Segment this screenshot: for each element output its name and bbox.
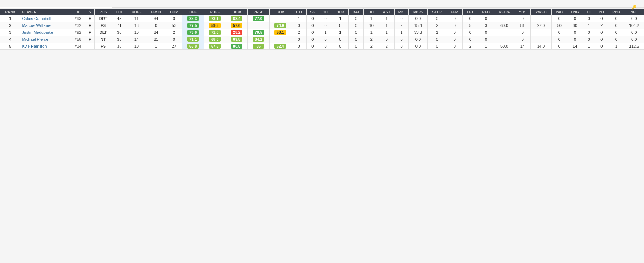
rec: 3 xyxy=(478,22,494,29)
player-name-cell[interactable]: Calais Campbell xyxy=(20,15,71,22)
grade-pill: 79.5 xyxy=(253,30,264,35)
lng: 60 xyxy=(567,22,583,29)
yac: 0 xyxy=(551,43,567,50)
ffm: 0 xyxy=(447,22,462,29)
snap-rdef: 11 xyxy=(127,15,146,22)
tgt: 0 xyxy=(462,36,478,43)
col-y-rec: Y/REC xyxy=(530,9,551,15)
bat: 0 xyxy=(349,15,364,22)
col-mis-pct: MIS% xyxy=(408,9,427,15)
rec-pct: - xyxy=(494,36,515,43)
col-td: TD xyxy=(583,9,595,15)
snap-prsh: 34 xyxy=(146,15,166,22)
tack-grade: 80.8 xyxy=(226,43,247,50)
stop: 2 xyxy=(427,22,447,29)
key-button[interactable]: 🔑 xyxy=(632,5,638,10)
td: 0 xyxy=(583,36,595,43)
player-name-cell[interactable]: Kyle Hamilton xyxy=(20,43,71,50)
star-cell: ✱ xyxy=(85,29,95,36)
mis-pct: 15.4 xyxy=(408,22,427,29)
snap-rdef: 18 xyxy=(127,22,146,29)
bat: 0 xyxy=(349,43,364,50)
dash-value: - xyxy=(258,23,259,28)
int: 0 xyxy=(595,43,608,50)
position-cell: NT xyxy=(95,36,112,43)
col-pbu: PBU xyxy=(608,9,624,15)
star-cell: ✱ xyxy=(85,36,95,43)
snap-cov: 0 xyxy=(166,15,182,22)
nfl: 0.0 xyxy=(624,29,644,36)
col-player: PLAYER xyxy=(20,9,71,15)
prsh-grade: 66 xyxy=(247,43,269,50)
grade-pill: 68.0 xyxy=(209,37,221,42)
mis: 1 xyxy=(394,29,408,36)
lng: 0 xyxy=(567,15,583,22)
rec-pct: 50.0 xyxy=(494,43,515,50)
hit: 1 xyxy=(319,29,332,36)
jersey-number: #93 xyxy=(71,15,85,22)
snap-cov: 53 xyxy=(166,22,182,29)
td: 1 xyxy=(583,22,595,29)
col-g-cov: COV xyxy=(269,9,291,15)
col-hur: HUR xyxy=(332,9,349,15)
grade-pill: 69.8 xyxy=(231,37,242,42)
sk: 0 xyxy=(307,15,319,22)
snap-tot: 45 xyxy=(112,15,127,22)
tack-grade: 68.4 xyxy=(226,15,247,22)
y-rec: - xyxy=(530,36,551,43)
star-cell: ✱ xyxy=(85,15,95,22)
col-mis: MIS xyxy=(394,9,408,15)
col-g-prsh: PRSH xyxy=(247,9,269,15)
yac: 0 xyxy=(551,36,567,43)
cov-grade: - xyxy=(269,36,291,43)
player-name-cell[interactable]: Marcus Williams xyxy=(20,22,71,29)
yds: 14 xyxy=(515,43,530,50)
pr-tot: 0 xyxy=(291,22,306,29)
pbu: 0 xyxy=(608,36,624,43)
ffm: 0 xyxy=(447,43,462,50)
mis-pct: 33.3 xyxy=(408,29,427,36)
grade-pill: 77.5 xyxy=(187,23,199,28)
hur: 0 xyxy=(332,22,349,29)
snap-rdef: 10 xyxy=(127,43,146,50)
mis: 2 xyxy=(394,22,408,29)
player-name-cell[interactable]: Justin Madubuike xyxy=(20,29,71,36)
grade-pill: 76.6 xyxy=(187,30,199,35)
grade-pill: 85.3 xyxy=(187,16,199,21)
rdef-grade: 68.0 xyxy=(204,36,226,43)
tack-grade: 28.2 xyxy=(226,29,247,36)
pr-tot: 1 xyxy=(291,15,306,22)
player-name-cell[interactable]: Michael Pierce xyxy=(20,36,71,43)
position-cell: DLT xyxy=(95,29,112,36)
key-icon: 🔑 xyxy=(632,5,637,10)
rec: 1 xyxy=(478,43,494,50)
position-cell: FS xyxy=(95,22,112,29)
col-snap-cov: COV xyxy=(166,9,182,15)
nfl: 112.5 xyxy=(624,43,644,50)
sk: 0 xyxy=(307,43,319,50)
snap-prsh: 1 xyxy=(146,43,166,50)
mis-pct: 0.0 xyxy=(408,43,427,50)
prsh-grade: 77.0 xyxy=(247,15,269,22)
col-rec: REC xyxy=(478,9,494,15)
pr-tot: 0 xyxy=(291,36,306,43)
hit: 0 xyxy=(319,22,332,29)
td: 0 xyxy=(583,29,595,36)
mis: 0 xyxy=(394,36,408,43)
tack-grade: 57.6 xyxy=(226,22,247,29)
col-bat: BAT xyxy=(349,9,364,15)
jersey-number: #14 xyxy=(71,43,85,50)
table-row: 4 Michael Pierce #58 ✱ NT 35 14 21 0 71.… xyxy=(0,36,644,43)
prsh-grade: - xyxy=(247,22,269,29)
tkl: 1 xyxy=(364,15,379,22)
ast: 1 xyxy=(379,29,394,36)
lng: 14 xyxy=(567,43,583,50)
pbu: 0 xyxy=(608,15,624,22)
nfl: 0.0 xyxy=(624,36,644,43)
stop: 0 xyxy=(427,15,447,22)
table-row: 1 Calais Campbell #93 ✱ DRT 45 11 34 0 8… xyxy=(0,15,644,22)
col-tgt: TGT xyxy=(462,9,478,15)
jersey-number: #92 xyxy=(71,29,85,36)
table-row: 3 Justin Madubuike #92 ✱ DLT 36 10 24 2 … xyxy=(0,29,644,36)
jersey-number: #58 xyxy=(71,36,85,43)
